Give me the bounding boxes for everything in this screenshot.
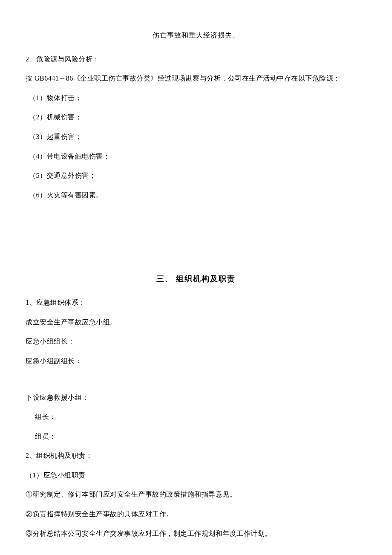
duty-heading: 2、组织机构及职责： [26, 450, 366, 461]
risk-item-5: （5）交通意外伤害； [26, 170, 366, 181]
risk-heading: 2、危险源与风险分析： [26, 54, 366, 65]
duty-item-1: ①研究制定、修订本部门应对安全生产事故的政策措施和指导意见。 [26, 489, 366, 500]
duty-item-2: ②负责指挥特别安全生产事故的具体应对工作。 [26, 509, 366, 520]
risk-item-3: （3）起重伤害； [26, 131, 366, 142]
duty-item-3: ③分析总结本公司安全生产突发事故应对工作，制定工作规划和年度工作计划。 [26, 528, 366, 539]
risk-item-1: （1）物体打击； [26, 92, 366, 104]
risk-item-6: （6）火灾等有害因素。 [26, 190, 366, 201]
org-line-3: 应急小组副组长： [26, 356, 366, 367]
subteam-leader: 组长： [26, 411, 366, 422]
section-3-title: 三、 组织机构及职责 [26, 273, 366, 285]
duty-sub: （1）应急小组职责 [26, 470, 366, 481]
risk-item-2: （2）机械伤害； [26, 112, 366, 123]
org-heading: 1、应急组织体系： [26, 297, 366, 308]
risk-item-4: （4）带电设备触电伤害； [26, 151, 366, 162]
subteam-member: 组员： [26, 431, 366, 442]
spacer [26, 375, 366, 392]
org-line-1: 成立安全生产事故应急小组。 [26, 317, 366, 328]
subteam-line: 下设应急救援小组： [26, 392, 366, 403]
org-line-2: 应急小组组长： [26, 336, 366, 347]
top-center-text: 伤亡事故和重大经济损失。 [26, 30, 366, 41]
risk-intro: 按 GB6441～86《企业职工伤亡事故分类》经过现场勘察与分析，公司在生产活动… [26, 73, 366, 84]
